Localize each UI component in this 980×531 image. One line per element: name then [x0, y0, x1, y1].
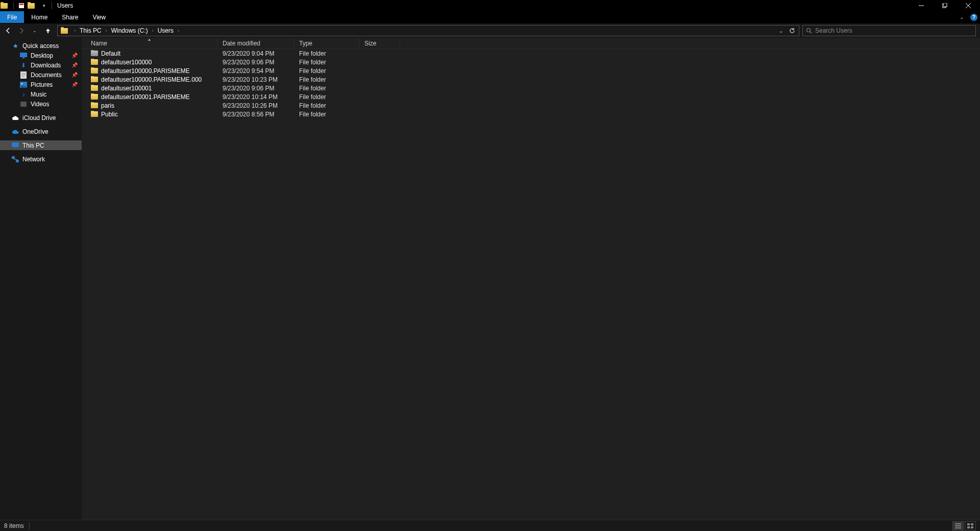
address-history-dropdown[interactable]: ⌄ [775, 28, 787, 34]
svg-rect-18 [20, 102, 21, 107]
svg-line-8 [810, 32, 812, 33]
folder-icon [91, 77, 98, 82]
ribbon: File Home Share View ⌄ ? [0, 11, 980, 23]
folder-icon [91, 68, 98, 74]
folder-icon [91, 111, 98, 117]
cell-type: File folder [294, 59, 359, 66]
svg-rect-30 [967, 526, 970, 528]
svg-rect-23 [16, 160, 19, 162]
sidebar-item-pictures[interactable]: Pictures 📌 [0, 80, 82, 89]
view-large-icons-button[interactable] [965, 521, 976, 530]
sidebar-item-music[interactable]: ♪ Music [0, 89, 82, 99]
downloads-icon: ⬇ [19, 61, 28, 69]
chevron-right-icon[interactable]: › [177, 28, 180, 33]
qat-properties-icon[interactable] [16, 0, 27, 11]
column-header-date[interactable]: Date modified [217, 38, 294, 49]
status-bar: 8 items [0, 520, 980, 531]
sidebar-icloud-drive[interactable]: iCloud Drive [0, 113, 82, 123]
tab-home[interactable]: Home [24, 11, 55, 23]
table-row[interactable]: defaultuser1000019/23/2020 9:06 PMFile f… [82, 84, 980, 92]
svg-rect-10 [22, 57, 24, 59]
tab-file[interactable]: File [0, 11, 24, 23]
qat-new-folder-icon[interactable] [27, 0, 38, 11]
column-header-type[interactable]: Type [294, 38, 359, 49]
svg-rect-29 [971, 523, 973, 525]
address-bar[interactable]: › This PC › Windows (C:) › Users › ⌄ [57, 25, 799, 36]
sidebar-this-pc[interactable]: This PC [0, 140, 82, 150]
sidebar-onedrive[interactable]: OneDrive [0, 127, 82, 136]
qat-folder-icon[interactable] [0, 0, 11, 11]
desktop-icon [19, 52, 28, 60]
table-row[interactable]: defaultuser100001.PARISMEME9/23/2020 10:… [82, 92, 980, 101]
sidebar-item-label: iCloud Drive [22, 114, 56, 122]
cell-name-text: defaultuser100001 [101, 85, 152, 92]
tab-view[interactable]: View [85, 11, 113, 23]
cell-date: 9/23/2020 10:26 PM [217, 102, 294, 109]
sidebar-network[interactable]: Network [0, 154, 82, 164]
sidebar-item-downloads[interactable]: ⬇ Downloads 📌 [0, 60, 82, 70]
sidebar-item-label: OneDrive [22, 128, 48, 135]
nav-forward-button[interactable] [15, 25, 28, 37]
ribbon-expand-icon[interactable]: ⌄ [955, 11, 968, 23]
svg-rect-1 [19, 4, 23, 5]
qat-customize-icon[interactable]: ▾ [38, 0, 50, 11]
sidebar-item-videos[interactable]: Videos [0, 99, 82, 109]
cloud-icon [11, 114, 19, 122]
table-row[interactable]: paris9/23/2020 10:26 PMFile folder [82, 101, 980, 110]
search-box[interactable] [802, 25, 976, 36]
cell-name: defaultuser100001.PARISMEME [82, 93, 217, 101]
nav-back-button[interactable] [2, 25, 14, 37]
table-row[interactable]: defaultuser100000.PARISMEME9/23/2020 9:5… [82, 66, 980, 75]
close-button[interactable] [957, 0, 980, 11]
sidebar-item-label: Pictures [31, 81, 53, 88]
cell-date: 9/23/2020 10:23 PM [217, 76, 294, 83]
sidebar-item-desktop[interactable]: Desktop 📌 [0, 51, 82, 60]
window-title: Users [57, 2, 73, 9]
status-item-count: 8 items [4, 522, 24, 529]
column-header-name[interactable]: Name ▲ [82, 38, 217, 49]
chevron-right-icon[interactable]: › [151, 28, 155, 33]
cell-name-text: paris [101, 102, 114, 109]
table-row[interactable]: defaultuser1000009/23/2020 9:06 PMFile f… [82, 58, 980, 66]
cell-type: File folder [294, 93, 359, 101]
search-input[interactable] [815, 27, 972, 34]
cell-name-text: defaultuser100000.PARISMEME [101, 67, 190, 75]
svg-point-16 [21, 83, 23, 84]
documents-icon [19, 71, 28, 79]
cell-date: 9/23/2020 9:06 PM [217, 59, 294, 66]
cell-name-text: defaultuser100000.PARISMEME.000 [101, 76, 202, 83]
svg-point-7 [807, 29, 811, 32]
breadcrumb-this-pc[interactable]: This PC [77, 27, 105, 34]
svg-rect-28 [967, 523, 970, 525]
maximize-button[interactable] [933, 0, 957, 11]
nav-up-button[interactable] [42, 25, 54, 37]
table-row[interactable]: defaultuser100000.PARISMEME.0009/23/2020… [82, 75, 980, 84]
view-details-button[interactable] [952, 521, 964, 530]
tab-share[interactable]: Share [55, 11, 85, 23]
videos-icon [19, 100, 28, 108]
table-row[interactable]: Public9/23/2020 8:56 PMFile folder [82, 110, 980, 118]
column-headers: Name ▲ Date modified Type Size [82, 38, 980, 49]
chevron-right-icon[interactable]: › [105, 28, 108, 33]
minimize-button[interactable] [910, 0, 933, 11]
refresh-button[interactable] [787, 28, 798, 34]
nav-recent-dropdown[interactable]: ⌄ [29, 25, 41, 37]
breadcrumb-windows-c[interactable]: Windows (C:) [108, 27, 151, 34]
folder-icon [91, 59, 98, 65]
table-row[interactable]: Default9/23/2020 9:04 PMFile folder [82, 49, 980, 58]
folder-icon [91, 94, 98, 100]
address-folder-icon[interactable] [59, 26, 73, 36]
svg-rect-20 [12, 142, 19, 147]
cell-date: 9/23/2020 8:56 PM [217, 111, 294, 118]
chevron-right-icon[interactable]: › [73, 28, 77, 33]
svg-rect-9 [20, 53, 27, 57]
svg-rect-31 [971, 526, 973, 528]
breadcrumb-users[interactable]: Users [155, 27, 177, 34]
sidebar-quick-access[interactable]: ★ Quick access [0, 41, 82, 51]
help-button[interactable]: ? [968, 11, 980, 23]
sidebar-item-documents[interactable]: Documents 📌 [0, 70, 82, 80]
cell-date: 9/23/2020 10:14 PM [217, 93, 294, 101]
cell-type: File folder [294, 85, 359, 92]
svg-rect-21 [14, 147, 17, 149]
column-header-size[interactable]: Size [359, 38, 400, 49]
